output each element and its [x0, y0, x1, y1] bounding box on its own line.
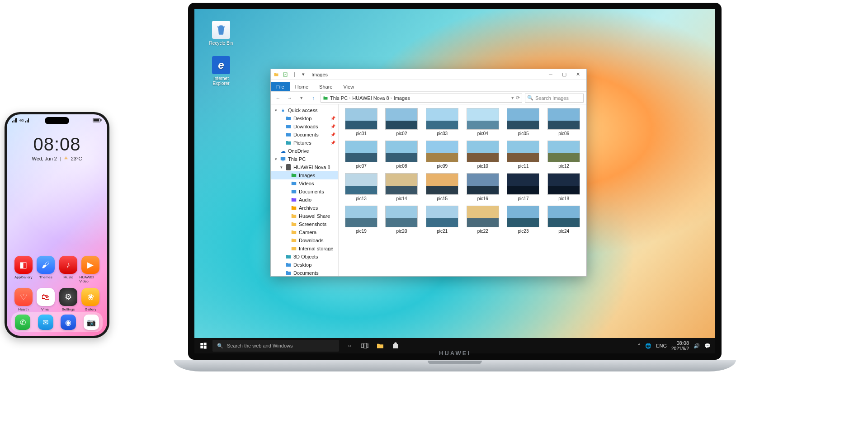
nav-internal-storage[interactable]: Internal storage	[271, 244, 338, 253]
file-thumb[interactable]: pic08	[383, 141, 421, 169]
nav-this-pc[interactable]: ▾ This PC	[271, 155, 338, 163]
taskbar-store-icon[interactable]	[388, 338, 403, 353]
nav-desktop2[interactable]: Desktop	[271, 261, 338, 269]
file-thumb[interactable]: pic04	[464, 108, 502, 136]
file-thumb[interactable]: pic07	[342, 141, 380, 169]
address-bar[interactable]: This PC› HUAWEI Nova 8› Images ▾ ⟳	[321, 94, 522, 103]
breadcrumb-segment[interactable]: This PC	[330, 95, 348, 101]
file-thumb[interactable]: pic24	[545, 206, 583, 234]
file-thumb[interactable]: pic22	[464, 206, 502, 234]
tray-network-icon[interactable]: 🌐	[645, 343, 651, 349]
qat-properties-icon[interactable]	[282, 71, 289, 78]
file-thumb[interactable]: pic02	[383, 108, 421, 136]
file-thumb[interactable]: pic16	[464, 173, 502, 201]
task-view-button[interactable]	[357, 338, 373, 353]
file-thumb[interactable]: pic01	[342, 108, 380, 136]
window-titlebar[interactable]: | ▾ Images ─ ▢ ✕	[271, 69, 586, 80]
nav-3d-objects[interactable]: 3D Objects	[271, 253, 338, 261]
nav-pane[interactable]: ▾ ★ Quick access Desktop 📌 Downloads 📌	[271, 104, 339, 276]
app-vmall[interactable]: 🛍 Vmall	[35, 288, 57, 311]
ribbon-tab-share[interactable]: Share	[314, 82, 338, 91]
window-minimize-button[interactable]: ─	[544, 70, 557, 79]
start-button[interactable]	[194, 338, 212, 353]
nav-screenshots[interactable]: Screenshots	[271, 220, 338, 228]
tray-chevron-up-icon[interactable]: ˄	[638, 343, 641, 349]
ribbon-tab-file[interactable]: File	[271, 82, 290, 91]
tray-volume-icon[interactable]: 🔊	[693, 343, 700, 349]
file-thumb[interactable]: pic13	[342, 173, 380, 201]
tree-caret-icon: ▾	[279, 165, 283, 169]
app-gallery[interactable]: ❀ Gallery	[80, 288, 102, 311]
nav-documents2[interactable]: Documents	[271, 188, 338, 196]
tray-clock[interactable]: 08:08 2021/6/2	[671, 340, 689, 351]
dock-browser[interactable]: ◉	[61, 315, 76, 330]
nav-images[interactable]: Images	[271, 171, 338, 179]
address-refresh-icon[interactable]: ⟳	[516, 95, 520, 101]
file-thumb[interactable]: pic12	[545, 141, 583, 169]
qat-dropdown-icon[interactable]: ▾	[300, 71, 307, 78]
taskbar-search-input[interactable]: 🔍 Search the web and Windows	[212, 340, 339, 352]
app-appgallery[interactable]: ◧ AppGallery	[12, 256, 35, 283]
nav-phone[interactable]: ▾ HUAWEI Nova 8	[271, 163, 338, 171]
file-content-area[interactable]: pic01 pic02 pic03 pic04 pic05 pic06 pic0…	[339, 104, 586, 276]
nav-quick-access[interactable]: ▾ ★ Quick access	[271, 106, 338, 114]
file-thumb[interactable]: pic03	[423, 108, 461, 136]
file-thumb[interactable]: pic11	[505, 141, 542, 169]
nav-onedrive[interactable]: ☁ OneDrive	[271, 147, 338, 155]
file-thumb[interactable]: pic19	[342, 206, 380, 234]
desktop-icon-recycle-bin[interactable]: Recycle Bin	[207, 21, 235, 46]
file-thumb[interactable]: pic20	[383, 206, 421, 234]
file-thumb[interactable]: pic18	[545, 173, 583, 201]
cortana-button[interactable]: ○	[342, 338, 357, 353]
file-thumb[interactable]: pic05	[505, 108, 542, 136]
qat-folder-icon[interactable]	[273, 71, 280, 78]
tray-language[interactable]: ENG	[656, 343, 667, 348]
dock-camera[interactable]: 📷	[84, 315, 99, 330]
thumbnail-grid: pic01 pic02 pic03 pic04 pic05 pic06 pic0…	[342, 108, 583, 234]
nav-archives[interactable]: Archives	[271, 204, 338, 212]
taskbar-file-explorer-icon[interactable]	[373, 338, 388, 353]
ribbon-tab-home[interactable]: Home	[290, 82, 314, 91]
tray-action-center-icon[interactable]: 💬	[704, 343, 711, 349]
nav-recent-button[interactable]: ▾	[297, 94, 306, 103]
app-music[interactable]: ♪ Music	[57, 256, 80, 283]
file-thumb[interactable]: pic14	[383, 173, 421, 201]
address-dropdown-icon[interactable]: ▾	[511, 95, 514, 101]
file-thumb[interactable]: pic21	[423, 206, 461, 234]
app-themes[interactable]: 🖌 Themes	[35, 256, 57, 283]
nav-forward-button[interactable]: →	[285, 94, 294, 103]
nav-camera[interactable]: Camera	[271, 228, 338, 236]
app-video[interactable]: ▶ HUAWEI Video	[80, 256, 102, 283]
desktop-icon-internet-explorer[interactable]: e Internet Explorer	[207, 56, 235, 86]
file-thumb[interactable]: pic17	[505, 173, 542, 201]
nav-downloads[interactable]: Downloads 📌	[271, 122, 338, 131]
ribbon-tab-view[interactable]: View	[338, 82, 359, 91]
breadcrumb-segment[interactable]: HUAWEI Nova 8	[352, 95, 389, 101]
app-health[interactable]: ♡ Health	[12, 288, 35, 311]
breadcrumb-segment[interactable]: Images	[394, 95, 410, 101]
nav-videos[interactable]: Videos	[271, 179, 338, 188]
nav-documents3[interactable]: Documents	[271, 269, 338, 276]
window-close-button[interactable]: ✕	[571, 70, 585, 79]
nav-back-button[interactable]: ←	[274, 94, 283, 103]
file-thumb[interactable]: pic23	[505, 206, 542, 234]
nav-documents[interactable]: Documents 📌	[271, 131, 338, 139]
tree-label: HUAWEI Nova 8	[293, 164, 330, 170]
nav-huawei-share[interactable]: Huawei Share	[271, 212, 338, 220]
window-maximize-button[interactable]: ▢	[557, 70, 571, 79]
thumbnail-image	[507, 108, 539, 130]
file-thumb[interactable]: pic10	[464, 141, 502, 169]
file-thumb[interactable]: pic09	[423, 141, 461, 169]
dock-phone[interactable]: ✆	[15, 315, 30, 330]
nav-audio[interactable]: Audio	[271, 196, 338, 204]
app-settings[interactable]: ⚙ Settings	[57, 288, 80, 311]
nav-pictures[interactable]: Pictures 📌	[271, 139, 338, 147]
nav-up-button[interactable]: ↑	[309, 94, 318, 103]
nav-downloads2[interactable]: Downloads	[271, 236, 338, 244]
nav-desktop[interactable]: Desktop 📌	[271, 114, 338, 122]
file-thumb[interactable]: pic15	[423, 173, 461, 201]
tree-folder-icon	[285, 270, 292, 276]
file-thumb[interactable]: pic06	[545, 108, 583, 136]
dock-messages[interactable]: ✉	[38, 315, 53, 330]
explorer-search-input[interactable]: 🔍 Search Images	[525, 94, 584, 103]
